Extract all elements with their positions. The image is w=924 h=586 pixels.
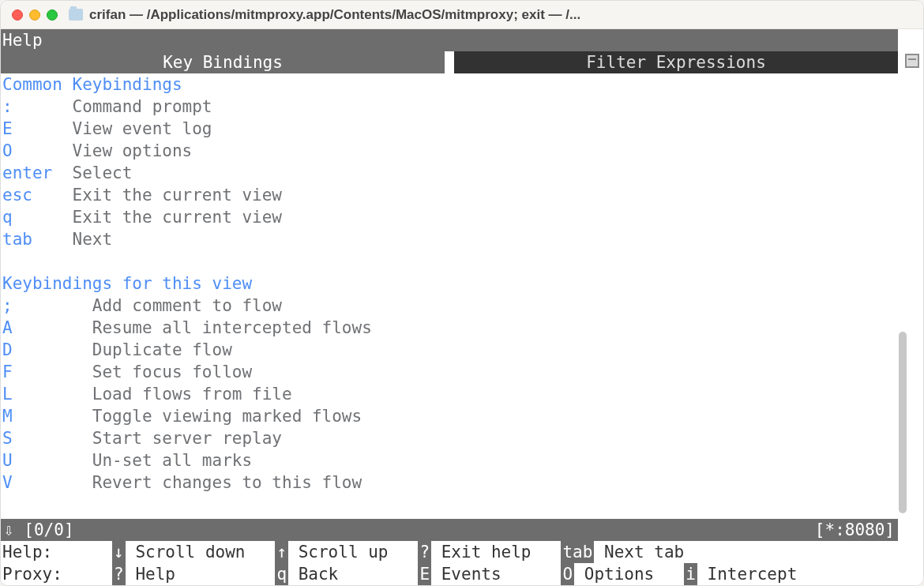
keybinding-desc: Next xyxy=(73,230,113,249)
listen-address: [*:8080] xyxy=(815,519,895,541)
scrollbar-thumb[interactable] xyxy=(899,332,907,513)
keybinding-key: M xyxy=(2,405,92,427)
keybinding-desc: Un-set all marks xyxy=(92,451,252,470)
keybinding-key: D xyxy=(2,339,92,361)
keybinding-desc: Revert changes to this flow xyxy=(92,473,362,492)
help-content[interactable]: Common Keybindings:Command promptEView e… xyxy=(1,73,898,519)
footer-item: E Events xyxy=(418,563,561,585)
keybinding-desc: Duplicate flow xyxy=(92,340,232,359)
keybinding-row: DDuplicate flow xyxy=(2,339,896,361)
footer-item: ↑ Scroll up xyxy=(275,541,418,563)
keybinding-key: S xyxy=(2,427,92,449)
footer-action: Options xyxy=(574,563,684,585)
keybinding-key: U xyxy=(2,449,92,471)
help-header: Help xyxy=(1,29,898,51)
keybinding-row: enterSelect xyxy=(2,162,896,184)
keybinding-desc: Exit the current view xyxy=(73,208,283,227)
footer-item: tab Next tab xyxy=(561,541,704,563)
tab-filter-expressions[interactable]: Filter Expressions xyxy=(454,51,898,73)
traffic-lights xyxy=(12,9,58,21)
keybinding-row: VRevert changes to this flow xyxy=(2,471,896,494)
footer-action: Intercept xyxy=(697,563,807,585)
footer-row: Help: ↓ Scroll down ↑ Scroll up ? Exit h… xyxy=(2,541,896,563)
keybinding-desc: Load flows from file xyxy=(92,385,292,404)
keybinding-key: A xyxy=(2,317,92,339)
footer-key[interactable]: i xyxy=(684,563,697,585)
titlebar[interactable]: crifan — /Applications/mitmproxy.app/Con… xyxy=(1,1,923,29)
keybinding-key: V xyxy=(2,471,92,494)
keybinding-desc: Add comment to flow xyxy=(92,296,282,315)
keybinding-key: tab xyxy=(2,228,73,250)
footer-row: Proxy: ? Help q Back E Events O Options … xyxy=(2,563,896,585)
keybinding-row: ;Add comment to flow xyxy=(2,295,896,317)
footer-key[interactable]: q xyxy=(275,563,288,585)
keybinding-row: OView options xyxy=(2,140,896,162)
footer-item: i Intercept xyxy=(684,563,807,585)
footer-item: q Back xyxy=(275,563,418,585)
tabs-row: Key Bindings Filter Expressions xyxy=(1,51,898,73)
minimize-icon[interactable] xyxy=(29,9,40,21)
keybinding-row: LLoad flows from file xyxy=(2,383,896,405)
footer-item: ? Exit help xyxy=(418,541,561,563)
flow-count: [0/0] xyxy=(24,520,73,539)
keybinding-key: L xyxy=(2,383,92,405)
keybinding-key: O xyxy=(2,140,73,162)
footer-key[interactable]: ↑ xyxy=(275,541,288,563)
folder-icon xyxy=(69,9,83,21)
keybinding-key: ; xyxy=(2,295,92,317)
footer-action: Next tab xyxy=(594,541,704,563)
footer-key[interactable]: O xyxy=(561,563,574,585)
keybinding-row: escExit the current view xyxy=(2,184,896,206)
status-left: ⇩ [0/0] xyxy=(4,519,74,541)
footer-action: Exit help xyxy=(431,541,561,563)
keybinding-desc: Start server replay xyxy=(92,429,282,448)
footer-key[interactable]: ? xyxy=(112,563,126,585)
keybinding-row: qExit the current view xyxy=(2,206,896,228)
footer-label: Proxy: xyxy=(2,563,112,585)
section-title: Keybindings for this view xyxy=(2,272,896,295)
keybinding-desc: View event log xyxy=(73,119,212,138)
close-icon[interactable] xyxy=(12,9,23,21)
terminal-window: crifan — /Applications/mitmproxy.app/Con… xyxy=(0,0,924,586)
footer-action: Scroll down xyxy=(126,541,276,563)
keybinding-key: enter xyxy=(2,162,73,184)
footer-label: Help: xyxy=(2,541,112,563)
keybinding-key: E xyxy=(2,118,73,140)
keybinding-key: esc xyxy=(2,184,73,206)
keybinding-desc: Toggle viewing marked flows xyxy=(92,407,362,426)
keybinding-row: MToggle viewing marked flows xyxy=(2,405,896,427)
panel-toggle-icon[interactable] xyxy=(905,54,919,68)
footer-key[interactable]: ↓ xyxy=(112,541,126,563)
keybinding-row: tabNext xyxy=(2,228,896,250)
keybinding-key: F xyxy=(2,361,92,383)
footer-key[interactable]: E xyxy=(418,563,431,585)
keybinding-row: EView event log xyxy=(2,118,896,140)
keybinding-row: AResume all intercepted flows xyxy=(2,317,896,339)
tab-gap xyxy=(445,51,454,73)
keybinding-desc: View options xyxy=(73,141,193,160)
flow-indicator-icon: ⇩ xyxy=(4,520,14,539)
tab-key-bindings[interactable]: Key Bindings xyxy=(1,51,445,73)
keybinding-row: UUn-set all marks xyxy=(2,449,896,471)
maximize-icon[interactable] xyxy=(47,9,58,21)
footer-help: Help: ↓ Scroll down ↑ Scroll up ? Exit h… xyxy=(1,541,898,585)
keybinding-desc: Command prompt xyxy=(73,97,212,116)
status-bar: ⇩ [0/0] [*:8080] xyxy=(1,519,898,541)
window-title: crifan — /Applications/mitmproxy.app/Con… xyxy=(89,7,580,23)
footer-action: Back xyxy=(288,563,418,585)
footer-key[interactable]: ? xyxy=(418,541,431,563)
footer-action: Events xyxy=(431,563,561,585)
footer-key[interactable]: tab xyxy=(561,541,594,563)
footer-action: Help xyxy=(126,563,276,585)
section-title: Common Keybindings xyxy=(2,73,896,96)
keybinding-row: FSet focus follow xyxy=(2,361,896,383)
footer-item: ↓ Scroll down xyxy=(112,541,275,563)
footer-item: ? Help xyxy=(112,563,275,585)
blank-row xyxy=(2,250,896,272)
keybinding-row: SStart server replay xyxy=(2,427,896,449)
footer-action: Scroll up xyxy=(288,541,418,563)
keybinding-key: : xyxy=(2,96,73,118)
terminal-viewport[interactable]: Help Key Bindings Filter Expressions Com… xyxy=(1,29,923,585)
keybinding-desc: Set focus follow xyxy=(92,362,252,381)
footer-item: O Options xyxy=(561,563,684,585)
